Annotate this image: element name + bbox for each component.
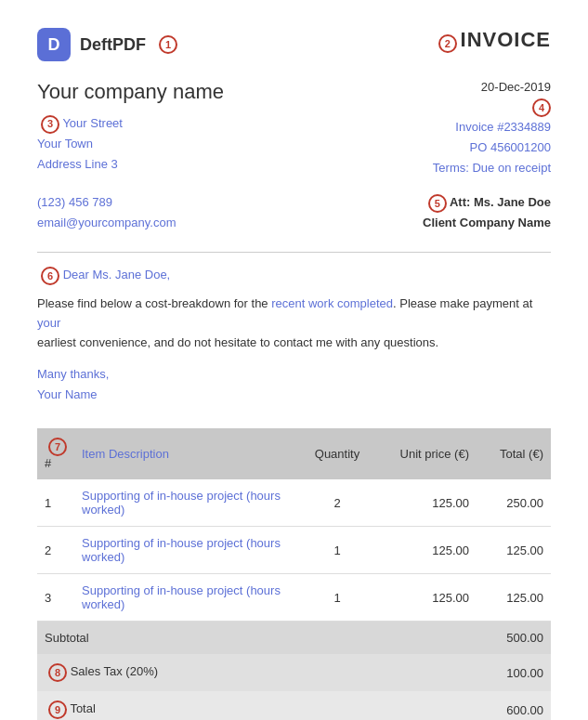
invoice-details: Invoice #2334889 PO 456001200 Terms: Due… [433,117,551,178]
invoice-po: PO 456001200 [470,140,551,154]
letter-sign-line2: Your Name [37,387,98,401]
row-total: 125.00 [477,574,551,622]
address-line1: Your Street [62,116,123,130]
email: email@yourcompany.com [37,216,176,229]
table-header-row: 7 # Item Description Quantity Unit price… [37,428,551,479]
sales-tax-label: 8 Sales Tax (20%) [45,663,158,682]
table-row: 1 Supporting of in-house project (hours … [37,479,551,527]
letter-body-line2: earliest convenience, and do not hesitat… [37,335,438,349]
table-row: 3 Supporting of in-house project (hours … [37,574,551,622]
subtotal-value: 500.00 [506,631,543,645]
row-description: Supporting of in-house project (hours wo… [74,527,300,574]
invoice-label-area: 2 INVOICE [435,28,551,53]
row-description: Supporting of in-house project (hours wo… [74,479,300,527]
annotation-3: 3 [41,115,59,134]
contact-left: (123) 456 789 email@yourcompany.com [37,192,176,233]
annotation-9: 9 [48,700,67,719]
divider [37,252,551,253]
subtotal-row: Subtotal 500.00 [37,622,551,654]
sales-tax-row: 8 Sales Tax (20%) 100.00 [37,654,551,691]
col-unit-price: Unit price (€) [374,428,477,479]
row-unit-price: 125.00 [374,479,477,527]
row-num: 3 [37,574,74,622]
annotation-6: 6 [41,267,59,285]
company-right: 20-Dec-2019 4 Invoice #2334889 PO 456001… [433,80,551,178]
company-left: Your company name 3 Your Street Your Tow… [37,80,224,175]
client-company: Client Company Name [423,216,551,229]
company-address: 3 Your Street Your Town Address Line 3 [37,113,224,175]
table-container: 7 # Item Description Quantity Unit price… [37,428,551,720]
logo-name: DeftPDF [80,35,146,55]
total-row: 9 Total 600.00 [37,691,551,720]
row-description: Supporting of in-house project (hours wo… [74,574,300,622]
phone: (123) 456 789 [37,195,112,209]
company-name: Your company name [37,80,224,104]
company-section: Your company name 3 Your Street Your Tow… [37,80,551,178]
total-label: 9 Total [45,700,96,719]
table-body: 1 Supporting of in-house project (hours … [37,479,551,622]
row-total: 125.00 [477,527,551,574]
annotation-8: 8 [48,663,67,682]
col-description: Item Description [74,428,300,479]
row-quantity: 1 [300,527,374,574]
table-row: 2 Supporting of in-house project (hours … [37,527,551,574]
row-unit-price: 125.00 [374,574,477,622]
address-line3: Address Line 3 [37,157,118,171]
sales-tax-value: 100.00 [506,666,543,680]
contact-right: 5 Att: Ms. Jane Doe Client Company Name [423,192,551,233]
annotation-4: 4 [532,98,551,117]
logo-area: D DeftPDF 1 [37,28,177,61]
letter-sign: Many thanks, Your Name [37,364,551,405]
letter-body: Please find below a cost-breakdown for t… [37,295,551,352]
invoice-label: INVOICE [461,28,551,51]
invoice-number: Invoice #2334889 [455,120,551,134]
annotation-5: 5 [428,194,447,213]
invoice-table: 7 # Item Description Quantity Unit price… [37,428,551,622]
subtotal-label: Subtotal [45,631,89,645]
logo-icon: D [37,28,71,61]
total-value: 600.00 [506,703,543,717]
col-hash: 7 # [37,428,74,479]
client-att: Att: Ms. Jane Doe [450,195,551,209]
invoice-terms: Terms: Due on receipt [433,161,551,175]
col-quantity: Quantity [300,428,374,479]
contact-section: (123) 456 789 email@yourcompany.com 5 At… [37,192,551,233]
annotation-2: 2 [438,34,457,53]
annotation-1: 1 [159,35,177,54]
row-num: 2 [37,527,74,574]
letter-sign-line1: Many thanks, [37,367,109,381]
address-line2: Your Town [37,137,93,151]
header: D DeftPDF 1 2 INVOICE [37,28,551,61]
letter-greeting: 6 Dear Ms. Jane Doe, [37,267,551,285]
row-unit-price: 125.00 [374,527,477,574]
invoice-date: 20-Dec-2019 [433,80,551,94]
row-total: 250.00 [477,479,551,527]
row-quantity: 1 [300,574,374,622]
annotation-7: 7 [48,438,67,456]
letter-section: 6 Dear Ms. Jane Doe, Please find below a… [37,267,551,405]
row-quantity: 2 [300,479,374,527]
row-num: 1 [37,479,74,527]
col-total: Total (€) [477,428,551,479]
